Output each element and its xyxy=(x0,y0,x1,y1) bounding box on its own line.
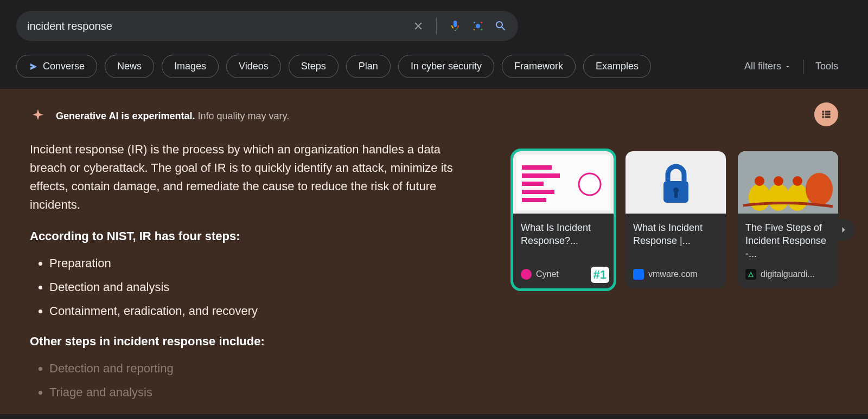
chip-label: Videos xyxy=(239,61,269,72)
chip-videos[interactable]: Videos xyxy=(226,55,281,78)
tools-button[interactable]: Tools xyxy=(815,61,838,72)
list-item: Containment, eradication, and recovery xyxy=(49,302,478,320)
source-card-2[interactable]: What is Incident Response |... vmware.co… xyxy=(626,151,726,288)
card-source-label: Cynet xyxy=(536,269,559,279)
list-heading-1: According to NIST, IR has four steps: xyxy=(30,227,478,246)
steps-list-2: Detection and reporting Triage and analy… xyxy=(30,359,478,402)
svg-point-13 xyxy=(787,184,808,211)
chip-label: In cyber security xyxy=(411,61,482,72)
all-filters-button[interactable]: All filters xyxy=(744,61,791,72)
chip-news[interactable]: News xyxy=(105,55,154,78)
source-cards-carousel: What Is Incident Response?... Cynet #1 xyxy=(513,151,838,288)
ai-disclaimer-bold: Generative AI is experimental. xyxy=(56,111,195,121)
source-favicon xyxy=(521,269,532,280)
chip-framework[interactable]: Framework xyxy=(502,55,576,78)
list-item: Preparation xyxy=(49,254,478,273)
toggle-view-button[interactable] xyxy=(814,102,838,126)
svg-point-14 xyxy=(755,176,764,186)
svg-point-16 xyxy=(793,176,802,186)
rank-badge: #1 xyxy=(591,267,609,283)
converse-icon xyxy=(29,62,39,72)
chip-label: Converse xyxy=(43,61,85,72)
list-item: Detection and reporting xyxy=(49,359,478,378)
chip-converse[interactable]: Converse xyxy=(16,55,97,78)
all-filters-label: All filters xyxy=(744,61,781,72)
chip-examples[interactable]: Examples xyxy=(583,55,651,78)
ai-summary-text: Incident response (IR) is the process by… xyxy=(30,140,478,414)
separator xyxy=(803,60,803,74)
svg-rect-1 xyxy=(822,111,824,112)
card-title: The Five Steps of Incident Response -... xyxy=(745,221,831,261)
chip-plan[interactable]: Plan xyxy=(346,55,391,78)
ai-overview-panel: Generative AI is experimental. Info qual… xyxy=(0,89,868,414)
separator xyxy=(436,18,437,34)
card-thumbnail xyxy=(626,151,726,214)
list-item: Triage and analysis xyxy=(49,383,478,402)
sparkle-icon xyxy=(30,108,46,124)
summary-paragraph: Incident response (IR) is the process by… xyxy=(30,140,478,214)
svg-rect-6 xyxy=(825,116,831,118)
chip-cyber[interactable]: In cyber security xyxy=(398,55,494,78)
chip-steps[interactable]: Steps xyxy=(289,55,339,78)
source-card-1[interactable]: What Is Incident Response?... Cynet #1 xyxy=(513,151,614,288)
carousel-next-button[interactable] xyxy=(833,219,854,241)
svg-rect-4 xyxy=(825,113,831,115)
chip-label: Images xyxy=(174,61,206,72)
card-title: What Is Incident Response?... xyxy=(521,221,606,261)
ai-disclaimer: Generative AI is experimental. Info qual… xyxy=(56,111,289,122)
svg-point-15 xyxy=(774,176,783,186)
card-thumbnail xyxy=(738,151,838,214)
svg-point-17 xyxy=(806,173,833,205)
search-input[interactable] xyxy=(27,20,412,33)
lock-icon xyxy=(626,151,726,214)
svg-rect-5 xyxy=(822,116,824,118)
chip-label: Steps xyxy=(301,61,326,72)
steps-list-1: Preparation Detection and analysis Conta… xyxy=(30,254,478,320)
card-source-label: vmware.com xyxy=(648,269,698,279)
source-card-3[interactable]: The Five Steps of Incident Response -...… xyxy=(738,151,838,288)
lens-icon[interactable] xyxy=(471,20,484,33)
chip-label: News xyxy=(117,61,142,72)
svg-point-12 xyxy=(768,184,789,211)
svg-point-0 xyxy=(476,24,480,28)
list-heading-2: Other steps in incident response include… xyxy=(30,332,478,351)
list-icon xyxy=(821,109,832,120)
chip-label: Plan xyxy=(359,61,378,72)
chip-label: Framework xyxy=(514,61,563,72)
chevron-right-icon xyxy=(838,224,849,235)
chip-images[interactable]: Images xyxy=(162,55,219,78)
source-favicon xyxy=(745,269,756,280)
svg-rect-9 xyxy=(674,191,678,198)
svg-rect-2 xyxy=(825,111,831,112)
list-item: Detection and analysis xyxy=(49,278,478,296)
ai-disclaimer-rest: Info quality may vary. xyxy=(195,111,289,121)
chip-label: Examples xyxy=(596,61,639,72)
firefighters-image xyxy=(738,151,838,214)
card-title: What is Incident Response |... xyxy=(633,221,718,261)
card-source-label: digitalguardi... xyxy=(761,269,815,279)
chevron-down-icon xyxy=(784,63,791,70)
search-bar xyxy=(16,11,518,41)
svg-rect-3 xyxy=(822,113,824,115)
card-thumbnail xyxy=(513,151,614,214)
filter-chips-row: Converse News Images Videos Steps Plan I… xyxy=(16,55,868,78)
mic-icon[interactable] xyxy=(449,20,462,33)
clear-icon[interactable] xyxy=(412,20,424,32)
source-favicon xyxy=(633,269,644,280)
svg-point-11 xyxy=(749,184,770,211)
search-icon[interactable] xyxy=(494,20,507,33)
